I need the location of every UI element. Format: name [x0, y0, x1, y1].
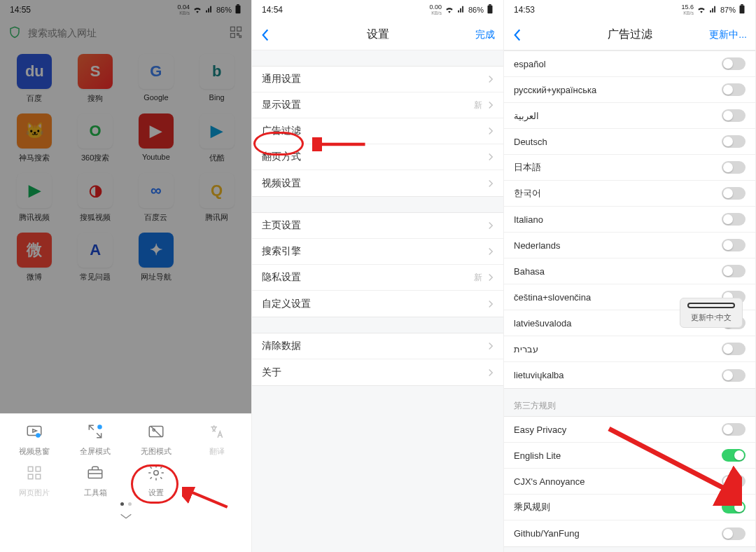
toggle-switch[interactable] — [722, 161, 746, 174]
settings-row-清除数据[interactable]: 清除数据 — [252, 333, 503, 359]
app-常见问题[interactable]: A常见问题 — [66, 233, 125, 282]
app-icon: 🐱 — [17, 113, 52, 149]
settings-row-搜索引擎[interactable]: 搜索引擎 — [252, 239, 503, 265]
toggle-switch[interactable] — [722, 109, 746, 122]
menu-play[interactable]: 视频悬窗 — [4, 422, 65, 457]
settings-row-通用设置[interactable]: 通用设置 — [252, 67, 503, 92]
menu-gear[interactable]: 设置 — [126, 464, 187, 498]
filter-row-العربية[interactable]: العربية — [504, 103, 755, 129]
home-dimmed-area: 14:55 0.04 KB/s 86% — [0, 0, 251, 413]
settings-row-广告过滤[interactable]: 广告过滤 — [252, 118, 503, 144]
toggle-switch[interactable] — [722, 187, 746, 200]
filter-row-한국어[interactable]: 한국어 — [504, 181, 755, 207]
menu-grid[interactable]: 网页图片 — [4, 464, 65, 498]
status-bar: 14:55 0.04 KB/s 86% — [0, 0, 251, 20]
row-label: 广告过滤 — [262, 125, 301, 137]
app-腾讯网[interactable]: Q腾讯网 — [188, 173, 246, 223]
app-百度云[interactable]: ∞百度云 — [127, 173, 186, 223]
settings-row-自定义设置[interactable]: 自定义设置 — [252, 291, 503, 317]
settings-row-翻页方式[interactable]: 翻页方式 — [252, 144, 503, 170]
back-button[interactable] — [260, 28, 270, 42]
section-thirdparty-label: 第三方规则 — [504, 389, 755, 416]
menu-noimg[interactable]: 无图模式 — [126, 422, 187, 457]
app-360搜索[interactable]: O360搜索 — [66, 113, 125, 163]
row-label: latviešuvaloda — [514, 318, 571, 329]
settings-row-隐私设置[interactable]: 隐私设置新 — [252, 265, 503, 291]
settings-row-视频设置[interactable]: 视频设置 — [252, 170, 503, 196]
settings-row-显示设置[interactable]: 显示设置新 — [252, 92, 503, 118]
filter-row-Bahasa[interactable]: Bahasa — [504, 258, 755, 284]
app-搜狐视频[interactable]: ◑搜狐视频 — [66, 173, 125, 223]
menu-label: 设置 — [148, 488, 164, 498]
status-net: 15.6 — [681, 4, 694, 11]
pane-settings: 14:54 0.00 KB/s 86% 设置 完成 通用设置显示设置新广告过滤翻… — [252, 0, 504, 552]
filter-row-Italiano[interactable]: Italiano — [504, 207, 755, 233]
done-button[interactable]: 完成 — [475, 29, 495, 41]
menu-label: 无图模式 — [141, 446, 172, 457]
app-网址导航[interactable]: ✦网址导航 — [127, 233, 186, 282]
filter-row-日本語[interactable]: 日本語 — [504, 155, 755, 181]
svg-point-9 — [36, 433, 41, 438]
filter-row-Github/YanFung[interactable]: Github/YanFung — [504, 520, 755, 546]
app-label: 百度云 — [144, 212, 167, 223]
row-label: CJX's Annoyance — [514, 476, 585, 487]
toggle-switch[interactable] — [722, 369, 746, 382]
toggle-switch[interactable] — [722, 83, 746, 96]
pane-home: 14:55 0.04 KB/s 86% — [0, 0, 252, 552]
app-label: 优酷 — [209, 153, 225, 163]
filter-row-Deutsch[interactable]: Deutsch — [504, 129, 755, 155]
chevron-right-icon — [488, 368, 493, 377]
app-搜狗[interactable]: S搜狗 — [66, 54, 125, 104]
signal-icon — [205, 5, 214, 15]
app-Youtube[interactable]: ▶Youtube — [127, 113, 186, 163]
filter-row-עברית[interactable]: עברית — [504, 336, 755, 362]
app-Bing[interactable]: bBing — [188, 54, 246, 104]
qr-icon[interactable] — [229, 25, 243, 41]
settings-row-主页设置[interactable]: 主页设置 — [252, 213, 503, 239]
app-Google[interactable]: GGoogle — [127, 54, 186, 104]
app-微博[interactable]: 微微博 — [6, 233, 64, 282]
row-label: Deutsch — [514, 137, 547, 147]
back-button[interactable] — [512, 28, 522, 42]
toggle-switch[interactable] — [722, 57, 746, 70]
filter-row-Nederlands[interactable]: Nederlands — [504, 233, 755, 258]
battery-pct: 86% — [468, 6, 484, 14]
row-label: English Lite — [514, 450, 561, 461]
menu-toolbox[interactable]: 工具箱 — [65, 464, 126, 498]
row-label: 主页设置 — [262, 219, 301, 232]
status-time: 14:53 — [514, 5, 535, 15]
app-腾讯视频[interactable]: ▶腾讯视频 — [6, 173, 64, 223]
row-label: 日本語 — [514, 161, 541, 174]
toggle-switch[interactable] — [722, 527, 746, 540]
app-label: 腾讯网 — [205, 212, 228, 223]
filter-row-lietuviųkalba[interactable]: lietuviųkalba — [504, 362, 755, 388]
filter-row-español[interactable]: español — [504, 51, 755, 77]
app-百度[interactable]: du百度 — [6, 54, 64, 104]
toggle-switch[interactable] — [722, 213, 746, 226]
toggle-switch[interactable] — [722, 135, 746, 148]
svg-line-11 — [97, 433, 102, 438]
settings-body[interactable]: 通用设置显示设置新广告过滤翻页方式视频设置主页设置搜索引擎隐私设置新自定义设置清… — [252, 50, 503, 552]
toggle-switch[interactable] — [722, 265, 746, 277]
row-label: Nederlands — [514, 240, 561, 251]
adfilter-body[interactable]: españolрусский+українськаالعربيةDeutsch日… — [504, 50, 755, 552]
status-net-unit: KB/s — [179, 11, 190, 15]
app-神马搜索[interactable]: 🐱神马搜索 — [6, 113, 64, 163]
toggle-switch[interactable] — [722, 239, 746, 251]
svg-rect-25 — [488, 6, 493, 13]
filter-row-русский+українська[interactable]: русский+українська — [504, 77, 755, 103]
settings-row-关于[interactable]: 关于 — [252, 359, 503, 385]
search-bar[interactable]: 搜索或输入网址 — [0, 20, 251, 47]
menu-label: 工具箱 — [84, 488, 107, 498]
menu-expand[interactable]: 全屏模式 — [65, 422, 126, 457]
status-net-unit: KB/s — [431, 11, 442, 15]
app-icon: ◑ — [78, 173, 113, 208]
app-优酷[interactable]: ▶优酷 — [188, 113, 246, 163]
app-label: 腾讯视频 — [19, 212, 50, 223]
toggle-switch[interactable] — [722, 343, 746, 355]
app-label: Google — [144, 93, 168, 102]
update-button[interactable]: 更新中... — [709, 29, 747, 41]
chevron-right-icon — [488, 247, 493, 256]
app-grid: du百度S搜狗GGooglebBing🐱神马搜索O360搜索▶Youtube▶优… — [0, 47, 251, 289]
menu-translate[interactable]: 翻译 — [186, 422, 247, 457]
